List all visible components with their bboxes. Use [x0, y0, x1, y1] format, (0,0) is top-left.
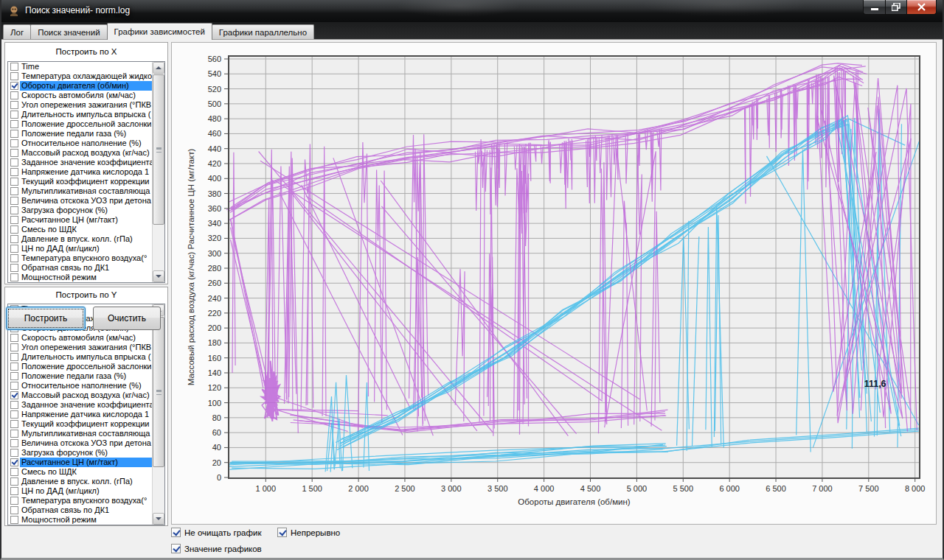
- y-list-item[interactable]: Длительность импульса впрыска (: [8, 352, 152, 362]
- checkbox-icon[interactable]: [10, 516, 18, 524]
- checkbox-icon[interactable]: [10, 254, 18, 262]
- y-list-item[interactable]: Смесь по ШДК: [8, 467, 152, 477]
- checkbox-icon[interactable]: [10, 63, 18, 71]
- scrollbar-down-button[interactable]: [153, 270, 164, 282]
- y-list-item[interactable]: Массовый расход воздуха (кг/час): [8, 391, 152, 400]
- option-1[interactable]: Значение графиков: [171, 544, 262, 553]
- checkbox-icon[interactable]: [10, 497, 18, 505]
- y-list-item[interactable]: Напряжение датчика кислорода 1: [8, 410, 152, 419]
- option-2[interactable]: Непрерывно: [277, 528, 340, 537]
- checkbox-icon[interactable]: [10, 225, 18, 234]
- y-list-item[interactable]: Текущий коэффициент коррекции: [8, 419, 152, 429]
- x-list-item[interactable]: Расчитанное ЦН (мг/такт): [8, 215, 152, 225]
- checkbox-icon[interactable]: [10, 439, 18, 447]
- x-parameter-list[interactable]: TimeТемпература охлаждающей жидкоОбороты…: [7, 61, 165, 283]
- checkbox-icon[interactable]: [10, 391, 18, 399]
- checkbox-icon[interactable]: [10, 334, 18, 342]
- y-list-item[interactable]: Мультипликативная составляюща: [8, 429, 152, 438]
- x-list-item[interactable]: Мультипликативная составляюща: [8, 186, 152, 196]
- y-list-item[interactable]: Положение дроссельной заслонки: [8, 362, 152, 371]
- x-list-item[interactable]: Длительность импульса впрыска (: [8, 110, 152, 119]
- plot-button[interactable]: Построить: [6, 307, 86, 330]
- y-list-item[interactable]: Положение педали газа (%): [8, 371, 152, 381]
- checkbox-icon[interactable]: [10, 468, 18, 476]
- checkbox-icon[interactable]: [10, 477, 18, 486]
- checkbox-icon[interactable]: [10, 178, 18, 186]
- close-button[interactable]: [907, 0, 937, 15]
- checkbox-icon[interactable]: [10, 72, 18, 80]
- x-list-item[interactable]: Скорость автомобиля (км/час): [8, 91, 152, 100]
- checkbox-icon[interactable]: [10, 487, 18, 495]
- x-list-item[interactable]: Массовый расход воздуха (кг/час): [8, 148, 152, 158]
- checkbox-icon[interactable]: [10, 82, 18, 90]
- checkbox-icon[interactable]: [10, 363, 18, 371]
- checkbox-icon[interactable]: [10, 206, 18, 214]
- y-list-item[interactable]: Давление в впуск. колл. (гПа): [8, 477, 152, 486]
- scrollbar-thumb[interactable]: [153, 317, 164, 467]
- x-list-item[interactable]: Загрузка форсунок (%): [8, 206, 152, 215]
- y-parameter-list[interactable]: TimeТемпература охлаждающей жидкоОбороты…: [7, 304, 165, 525]
- y-list-item[interactable]: Обратная связь по ДК1: [8, 505, 152, 515]
- scrollbar[interactable]: [152, 62, 164, 282]
- x-list-item[interactable]: Смесь по ШДК: [8, 225, 152, 234]
- y-list-item[interactable]: Скорость автомобиля (км/час): [8, 333, 152, 343]
- x-list-item[interactable]: Заданное значение коэффициента: [8, 158, 152, 167]
- x-list-item[interactable]: Текущий коэффициент коррекции: [8, 177, 152, 186]
- y-list-item[interactable]: Расчитанное ЦН (мг/такт): [8, 458, 152, 467]
- checkbox-icon[interactable]: [10, 273, 18, 281]
- titlebar[interactable]: Поиск значений- norm.log: [1, 0, 943, 22]
- x-list-item[interactable]: Давление в впуск. колл. (гПа): [8, 234, 152, 244]
- checkbox-icon[interactable]: [10, 245, 18, 253]
- x-list-item[interactable]: Мощностной режим: [8, 273, 152, 282]
- y-list-item[interactable]: Величина отскока УОЗ при детона: [8, 438, 152, 448]
- checkbox-icon[interactable]: [10, 264, 18, 272]
- x-list-item[interactable]: Положение дроссельной заслонки: [8, 119, 152, 129]
- restore-button[interactable]: [885, 0, 907, 15]
- minimize-button[interactable]: [863, 0, 885, 15]
- checkbox-icon[interactable]: [10, 216, 18, 224]
- x-list-item[interactable]: ЦН по ДАД (мг/цикл): [8, 244, 152, 253]
- x-list-item[interactable]: Обратная связь по ДК1: [8, 263, 152, 273]
- tab-0[interactable]: Лог: [3, 24, 31, 39]
- checkbox-icon[interactable]: [10, 91, 18, 99]
- y-list-item[interactable]: Заданное значение коэффициента: [8, 400, 152, 410]
- checkbox-icon[interactable]: [10, 149, 18, 157]
- checkbox-icon[interactable]: [10, 111, 18, 119]
- x-list-item[interactable]: Напряжение датчика кислорода 1: [8, 167, 152, 177]
- checkbox-icon[interactable]: [10, 353, 18, 361]
- x-list-item[interactable]: Time: [8, 62, 152, 71]
- checkbox-icon[interactable]: [10, 401, 18, 409]
- tab-1[interactable]: Поиск значений: [30, 24, 107, 39]
- checkbox-icon[interactable]: [10, 458, 18, 466]
- x-list-item[interactable]: Относительное наполнение (%): [8, 139, 152, 148]
- checkbox-icon[interactable]: [277, 528, 287, 537]
- scrollbar[interactable]: [152, 304, 164, 525]
- checkbox-icon[interactable]: [10, 382, 18, 390]
- checkbox-icon[interactable]: [10, 120, 18, 128]
- x-list-item[interactable]: Величина отскока УОЗ при детона: [8, 196, 152, 206]
- checkbox-icon[interactable]: [10, 449, 18, 457]
- scrollbar-thumb[interactable]: [153, 74, 164, 225]
- scrollbar-up-button[interactable]: [153, 62, 164, 74]
- checkbox-icon[interactable]: [10, 343, 18, 351]
- checkbox-icon[interactable]: [10, 410, 18, 419]
- option-0[interactable]: Не очищать график: [171, 528, 261, 537]
- checkbox-icon[interactable]: [10, 139, 18, 147]
- checkbox-icon[interactable]: [10, 506, 18, 514]
- checkbox-icon[interactable]: [10, 235, 18, 243]
- checkbox-icon[interactable]: [10, 420, 18, 428]
- y-list-item[interactable]: Угол опережения зажигания (°ПКВ: [8, 343, 152, 352]
- checkbox-icon[interactable]: [10, 168, 18, 176]
- checkbox-icon[interactable]: [10, 372, 18, 380]
- x-list-item[interactable]: Угол опережения зажигания (°ПКВ: [8, 100, 152, 110]
- checkbox-icon[interactable]: [10, 130, 18, 138]
- x-list-item[interactable]: Обороты двигателя (об/мин): [8, 81, 152, 91]
- x-list-item[interactable]: Температура охлаждающей жидко: [8, 71, 152, 81]
- checkbox-icon[interactable]: [10, 101, 18, 109]
- checkbox-icon[interactable]: [10, 158, 18, 167]
- y-list-item[interactable]: Мощностной режим: [8, 515, 152, 525]
- checkbox-icon[interactable]: [171, 528, 181, 537]
- checkbox-icon[interactable]: [171, 544, 181, 553]
- y-list-item[interactable]: Относительное наполнение (%): [8, 381, 152, 391]
- x-list-item[interactable]: Температура впускного воздуха(°: [8, 253, 152, 263]
